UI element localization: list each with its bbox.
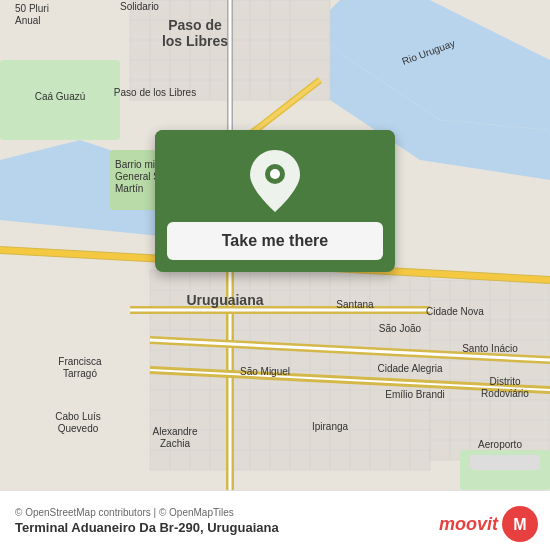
moovit-icon: M bbox=[502, 506, 538, 542]
svg-text:Rodoviário: Rodoviário bbox=[481, 388, 529, 399]
svg-text:Zachia: Zachia bbox=[160, 438, 190, 449]
svg-rect-57 bbox=[470, 455, 540, 470]
svg-text:Santo Inácio: Santo Inácio bbox=[462, 343, 518, 354]
svg-text:Santana: Santana bbox=[336, 299, 374, 310]
svg-text:Uruguaiana: Uruguaiana bbox=[186, 292, 263, 308]
svg-text:M: M bbox=[513, 516, 526, 533]
svg-text:Distrito: Distrito bbox=[489, 376, 521, 387]
bottom-bar: © OpenStreetMap contributors | © OpenMap… bbox=[0, 490, 550, 550]
svg-text:50 Pluri: 50 Pluri bbox=[15, 3, 49, 14]
svg-text:Quevedo: Quevedo bbox=[58, 423, 99, 434]
svg-text:Caá Guazú: Caá Guazú bbox=[35, 91, 86, 102]
svg-text:Martín: Martín bbox=[115, 183, 143, 194]
moovit-text: moovit bbox=[439, 514, 498, 535]
svg-text:los Libres: los Libres bbox=[162, 33, 228, 49]
moovit-logo: moovit M bbox=[439, 506, 538, 542]
svg-text:Barrio mil: Barrio mil bbox=[115, 159, 157, 170]
svg-text:Francisca: Francisca bbox=[58, 356, 102, 367]
svg-text:Cidade Nova: Cidade Nova bbox=[426, 306, 484, 317]
svg-text:Anual: Anual bbox=[15, 15, 41, 26]
svg-text:Alexandre: Alexandre bbox=[152, 426, 197, 437]
map-view: Paso de los Libres Caá Guazú Paso de los… bbox=[0, 0, 550, 490]
svg-text:Cidade Alegria: Cidade Alegria bbox=[377, 363, 442, 374]
popup-card: Take me there bbox=[155, 130, 395, 272]
svg-text:Cabo Luís: Cabo Luís bbox=[55, 411, 101, 422]
svg-text:Emílio Brandi: Emílio Brandi bbox=[385, 389, 444, 400]
svg-text:São João: São João bbox=[379, 323, 422, 334]
svg-text:Paso de: Paso de bbox=[168, 17, 222, 33]
svg-text:Aeroporto: Aeroporto bbox=[478, 439, 522, 450]
svg-text:Tarragó: Tarragó bbox=[63, 368, 97, 379]
popup-icon-area bbox=[155, 130, 395, 222]
svg-text:Ipiranga: Ipiranga bbox=[312, 421, 349, 432]
take-me-there-button[interactable]: Take me there bbox=[167, 222, 383, 260]
location-pin-icon bbox=[250, 150, 300, 212]
svg-text:São Miguel: São Miguel bbox=[240, 366, 290, 377]
svg-text:Solidario: Solidario bbox=[120, 1, 159, 12]
svg-text:Paso de los Libres: Paso de los Libres bbox=[114, 87, 196, 98]
svg-point-103 bbox=[270, 169, 280, 179]
